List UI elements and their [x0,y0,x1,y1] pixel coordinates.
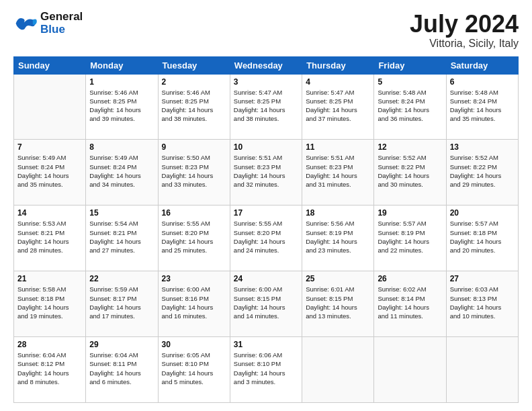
table-row: 31Sunrise: 6:06 AM Sunset: 8:10 PM Dayli… [230,337,302,403]
day-info: Sunrise: 5:58 AM Sunset: 8:18 PM Dayligh… [17,285,82,320]
table-row: 13Sunrise: 5:52 AM Sunset: 8:22 PM Dayli… [446,140,518,205]
table-row: 5Sunrise: 5:48 AM Sunset: 8:24 PM Daylig… [374,74,446,140]
day-number: 27 [450,274,515,283]
table-row: 11Sunrise: 5:51 AM Sunset: 8:23 PM Dayli… [302,140,374,205]
day-info: Sunrise: 5:57 AM Sunset: 8:18 PM Dayligh… [450,219,515,255]
day-info: Sunrise: 5:52 AM Sunset: 8:22 PM Dayligh… [378,153,442,189]
day-info: Sunrise: 6:03 AM Sunset: 8:13 PM Dayligh… [450,285,515,320]
table-row: 14Sunrise: 5:53 AM Sunset: 8:21 PM Dayli… [14,205,86,271]
logo: General Blue [13,11,83,36]
day-number: 16 [162,208,226,218]
week-row-3: 14Sunrise: 5:53 AM Sunset: 8:21 PM Dayli… [14,205,519,271]
day-info: Sunrise: 5:47 AM Sunset: 8:25 PM Dayligh… [306,88,370,124]
day-info: Sunrise: 5:51 AM Sunset: 8:23 PM Dayligh… [234,153,298,189]
table-row: 6Sunrise: 5:48 AM Sunset: 8:24 PM Daylig… [446,74,518,140]
table-row: 29Sunrise: 6:04 AM Sunset: 8:11 PM Dayli… [86,337,158,403]
week-row-5: 28Sunrise: 6:04 AM Sunset: 8:12 PM Dayli… [14,337,519,403]
logo-icon [13,13,38,34]
day-number: 25 [306,274,370,283]
table-row: 24Sunrise: 6:00 AM Sunset: 8:15 PM Dayli… [230,271,302,337]
day-number: 26 [378,274,442,283]
table-row: 4Sunrise: 5:47 AM Sunset: 8:25 PM Daylig… [302,74,374,140]
day-number: 18 [306,208,370,218]
day-info: Sunrise: 5:49 AM Sunset: 8:24 PM Dayligh… [89,153,154,189]
day-info: Sunrise: 5:54 AM Sunset: 8:21 PM Dayligh… [89,219,154,255]
day-number: 24 [234,274,298,283]
header-saturday: Saturday [446,56,518,74]
day-number: 4 [306,77,370,87]
calendar-header-row: Sunday Monday Tuesday Wednesday Thursday… [14,56,519,74]
day-info: Sunrise: 6:00 AM Sunset: 8:15 PM Dayligh… [234,285,298,320]
day-info: Sunrise: 5:52 AM Sunset: 8:22 PM Dayligh… [450,153,515,189]
week-row-4: 21Sunrise: 5:58 AM Sunset: 8:18 PM Dayli… [14,271,519,337]
day-number: 22 [89,274,154,283]
page: General Blue July 2024 Vittoria, Sicily,… [0,0,532,411]
table-row: 18Sunrise: 5:56 AM Sunset: 8:19 PM Dayli… [302,205,374,271]
day-number: 15 [89,208,154,218]
day-number: 5 [378,77,442,87]
day-number: 17 [234,208,298,218]
table-row: 17Sunrise: 5:55 AM Sunset: 8:20 PM Dayli… [230,205,302,271]
header: General Blue July 2024 Vittoria, Sicily,… [13,11,519,50]
table-row: 27Sunrise: 6:03 AM Sunset: 8:13 PM Dayli… [446,271,518,337]
day-info: Sunrise: 6:06 AM Sunset: 8:10 PM Dayligh… [234,351,298,386]
table-row: 10Sunrise: 5:51 AM Sunset: 8:23 PM Dayli… [230,140,302,205]
header-tuesday: Tuesday [158,56,230,74]
day-number: 2 [162,77,226,87]
table-row: 7Sunrise: 5:49 AM Sunset: 8:24 PM Daylig… [14,140,86,205]
day-number: 14 [17,208,82,218]
day-number: 3 [234,77,298,87]
day-number: 8 [89,142,154,152]
day-info: Sunrise: 5:57 AM Sunset: 8:19 PM Dayligh… [378,219,442,255]
day-number: 19 [378,208,442,218]
table-row: 8Sunrise: 5:49 AM Sunset: 8:24 PM Daylig… [86,140,158,205]
day-number: 23 [162,274,226,283]
day-info: Sunrise: 6:01 AM Sunset: 8:15 PM Dayligh… [306,285,370,320]
table-row: 9Sunrise: 5:50 AM Sunset: 8:23 PM Daylig… [158,140,230,205]
day-number: 28 [17,340,82,349]
table-row: 3Sunrise: 5:47 AM Sunset: 8:25 PM Daylig… [230,74,302,140]
day-number: 12 [378,142,442,152]
day-number: 13 [450,142,515,152]
day-number: 20 [450,208,515,218]
table-row: 26Sunrise: 6:02 AM Sunset: 8:14 PM Dayli… [374,271,446,337]
table-row: 12Sunrise: 5:52 AM Sunset: 8:22 PM Dayli… [374,140,446,205]
table-row [302,337,374,403]
day-number: 21 [17,274,82,283]
table-row [446,337,518,403]
day-info: Sunrise: 5:46 AM Sunset: 8:25 PM Dayligh… [162,88,226,124]
day-info: Sunrise: 5:47 AM Sunset: 8:25 PM Dayligh… [234,88,298,124]
logo-text: General Blue [40,11,83,36]
day-info: Sunrise: 5:59 AM Sunset: 8:17 PM Dayligh… [89,285,154,320]
day-number: 29 [89,340,154,349]
day-info: Sunrise: 6:05 AM Sunset: 8:10 PM Dayligh… [162,351,226,386]
day-number: 1 [89,77,154,87]
month-title: July 2024 [410,11,519,38]
day-number: 7 [17,142,82,152]
header-friday: Friday [374,56,446,74]
day-info: Sunrise: 5:56 AM Sunset: 8:19 PM Dayligh… [306,219,370,255]
day-info: Sunrise: 5:55 AM Sunset: 8:20 PM Dayligh… [162,219,226,255]
day-info: Sunrise: 5:53 AM Sunset: 8:21 PM Dayligh… [17,219,82,255]
table-row: 16Sunrise: 5:55 AM Sunset: 8:20 PM Dayli… [158,205,230,271]
week-row-1: 1Sunrise: 5:46 AM Sunset: 8:25 PM Daylig… [14,74,519,140]
header-sunday: Sunday [14,56,86,74]
header-monday: Monday [86,56,158,74]
table-row: 20Sunrise: 5:57 AM Sunset: 8:18 PM Dayli… [446,205,518,271]
day-info: Sunrise: 5:55 AM Sunset: 8:20 PM Dayligh… [234,219,298,255]
header-thursday: Thursday [302,56,374,74]
day-info: Sunrise: 5:51 AM Sunset: 8:23 PM Dayligh… [306,153,370,189]
table-row: 21Sunrise: 5:58 AM Sunset: 8:18 PM Dayli… [14,271,86,337]
table-row: 15Sunrise: 5:54 AM Sunset: 8:21 PM Dayli… [86,205,158,271]
calendar-table: Sunday Monday Tuesday Wednesday Thursday… [13,56,519,403]
table-row: 28Sunrise: 6:04 AM Sunset: 8:12 PM Dayli… [14,337,86,403]
day-number: 11 [306,142,370,152]
day-number: 6 [450,77,515,87]
day-number: 31 [234,340,298,349]
day-info: Sunrise: 5:48 AM Sunset: 8:24 PM Dayligh… [450,88,515,124]
title-section: July 2024 Vittoria, Sicily, Italy [410,11,519,50]
location-subtitle: Vittoria, Sicily, Italy [410,38,519,50]
day-info: Sunrise: 5:49 AM Sunset: 8:24 PM Dayligh… [17,153,82,189]
day-number: 9 [162,142,226,152]
table-row [374,337,446,403]
